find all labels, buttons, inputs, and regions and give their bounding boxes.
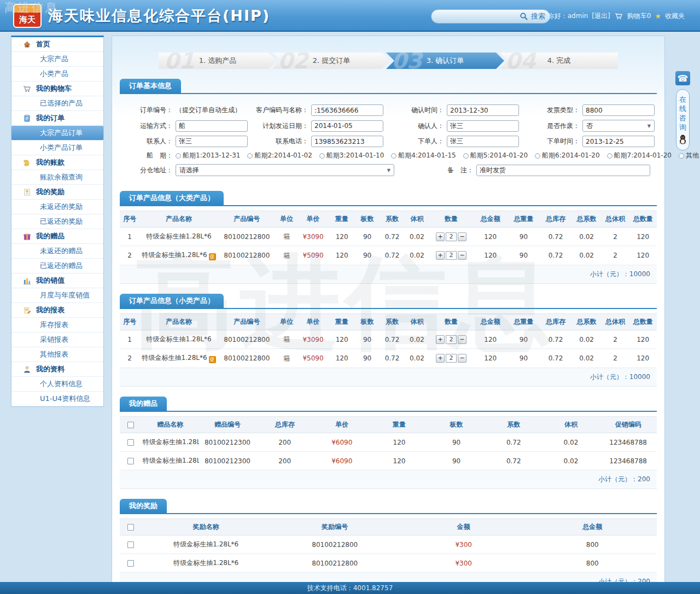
qty-increase-button[interactable]: + [436,354,445,363]
favorites-link[interactable]: 收藏夹 [665,11,685,21]
confirm-time-field[interactable] [447,104,519,116]
section-title: 订单产品信息（大类产品） [120,191,224,205]
sidebar-item-balance-query[interactable]: 账款余额查询 [11,170,103,185]
sidebar-item-my-gifts[interactable]: 我的赠品 [11,229,103,244]
online-service-widget[interactable]: 在线咨询 [676,89,690,150]
cell-total-amount: 800 [528,535,657,554]
section-title: 我的赠品 [120,397,167,411]
cell-pallets: 90 [355,349,379,368]
ship-schedule-label: 船 期： [116,151,176,160]
warehouse-select[interactable]: 请选择▼ [176,164,394,176]
sidebar-item-returned-rewards[interactable]: 已返还的奖励 [11,214,103,229]
qty-increase-button[interactable]: + [436,232,445,241]
transport-field[interactable] [176,120,248,132]
col-header: 板数 [355,314,379,330]
cell-product-name: 特级金标生抽1.28L*6促 [139,349,218,368]
confirmer-field[interactable] [447,120,519,132]
sidebar-item-my-cart[interactable]: 我的购物车 [11,81,103,96]
cell-product-code: 80100212800 [218,246,276,265]
sidebar-item-stock-report[interactable]: 库存报表 [11,318,103,333]
warehouse-label: 分仓地址： [116,166,176,175]
quantity-value[interactable]: 2 [446,354,457,363]
qty-increase-button[interactable]: + [436,335,445,344]
ship-date-radio-3[interactable]: 船期3:2014-01-10 [319,151,384,160]
sidebar-item-my-payments[interactable]: 我的账款 [11,155,103,170]
remark-field[interactable] [476,165,650,176]
contact-field[interactable] [176,136,248,147]
row-checkbox[interactable] [127,458,134,464]
void-select[interactable]: 否▼ [582,120,655,132]
qty-decrease-button[interactable]: − [458,335,466,344]
quantity-value[interactable]: 2 [446,251,457,260]
plan-ship-date-field[interactable] [311,120,383,132]
sidebar-item-unreturned-rewards[interactable]: 未返还的奖励 [11,200,103,214]
sidebar-item-monthly-yearly-sales[interactable]: 月度与年度销值 [11,288,103,303]
search-input[interactable] [438,13,517,20]
cell-product-name: 特级金标生抽1.28L*6促 [139,246,218,265]
cell-total-amount: 120 [473,330,508,349]
cell-price: ¥6090 [313,433,371,452]
sidebar-item-my-reports[interactable]: 我的报表 [11,303,103,318]
sidebar-item-u1-u4-info[interactable]: U1-U4资料信息 [11,392,103,406]
search-button[interactable]: 搜索 [531,11,545,21]
table-row: 2 特级金标生抽1.28L*6促 80100212800 箱 ¥5090 120… [120,349,657,368]
ship-date-radio-4[interactable]: 船期4:2014-01-15 [391,151,456,160]
sidebar-item-home[interactable]: 首页 [11,37,103,52]
select-all-checkbox[interactable] [127,422,134,428]
radio-icon [176,153,181,159]
customer-code-field[interactable] [311,104,383,116]
cell-price: ¥3090 [298,330,329,349]
col-header: 单价 [298,314,329,330]
sidebar-item-my-rewards[interactable]: 我的奖励 [11,185,103,200]
cell-amount: ¥300 [399,554,528,573]
orderer-field[interactable] [447,136,519,147]
sidebar-item-bulk-product-orders[interactable]: 大宗产品订单 [11,126,103,141]
ship-date-radio-6[interactable]: 船期6:2014-01-20 [535,151,599,160]
sidebar-item-personal-info[interactable]: 个人资料信息 [11,377,103,392]
cell-total-factor: 0.02 [571,246,602,265]
sidebar-item-my-sales[interactable]: 我的销值 [11,273,103,288]
cell-pallets: 90 [355,228,379,246]
contact-phone-field[interactable] [311,136,383,147]
sidebar-item-other-reports[interactable]: 其他报表 [11,347,103,362]
qty-increase-button[interactable]: + [436,251,445,260]
sidebar-item-bulk-products[interactable]: 大宗产品 [11,52,103,67]
cell-product-code: 80100212800 [218,330,276,349]
select-all-checkbox[interactable] [127,524,134,531]
ship-date-radio-1[interactable]: 船期1:2013-12-31 [176,151,240,160]
qty-decrease-button[interactable]: − [458,354,466,363]
cart-link[interactable]: 购物车0 [627,11,651,21]
qty-decrease-button[interactable]: − [458,251,466,260]
cell-gift-code: 80100212300 [199,452,256,470]
ship-date-radio-2[interactable]: 船期2:2014-01-02 [247,151,312,160]
row-checkbox[interactable] [127,439,134,446]
cell-quantity: +2− [429,246,474,265]
ship-date-radio-5[interactable]: 船期5:2014-01-20 [463,151,528,160]
sidebar-item-unreturned-gifts[interactable]: 未返还的赠品 [11,244,103,259]
search-icon[interactable] [520,12,528,21]
sidebar-item-returned-gifts[interactable]: 已返还的赠品 [11,259,103,273]
order-time-field[interactable] [582,136,655,147]
sidebar-item-my-profile[interactable]: 我的资料 [11,362,103,377]
sidebar-item-selected-products[interactable]: 已选择的产品 [11,96,103,111]
cell-total-amount: 120 [473,349,508,368]
sidebar-item-purchase-sales-report[interactable]: 采销报表 [11,333,103,347]
sidebar-item-small-products[interactable]: 小类产品 [11,67,103,81]
qty-decrease-button[interactable]: − [458,232,466,241]
sidebar-item-my-orders[interactable]: 我的订单 [11,111,103,126]
sidebar-item-small-product-orders[interactable]: 小类产品订单 [11,141,103,155]
col-header: 总系数 [571,211,602,228]
logout-link[interactable]: [退出] [592,11,610,21]
plan-ship-label: 计划发运日期： [252,121,311,131]
phone-icon[interactable]: ☎ [675,71,690,85]
invoice-type-field[interactable] [582,104,655,116]
row-checkbox[interactable] [127,560,134,567]
ship-date-radio-7[interactable]: 船期7:2014-01-20 [607,151,672,160]
cell-weight: 120 [371,452,428,470]
quantity-value[interactable]: 2 [446,335,457,344]
row-checkbox[interactable] [127,541,134,548]
quantity-value[interactable]: 2 [446,232,457,241]
cart-icon [22,84,32,94]
cell-unit: 箱 [276,228,298,246]
ship-date-radio-other[interactable]: 其他 [679,151,699,160]
